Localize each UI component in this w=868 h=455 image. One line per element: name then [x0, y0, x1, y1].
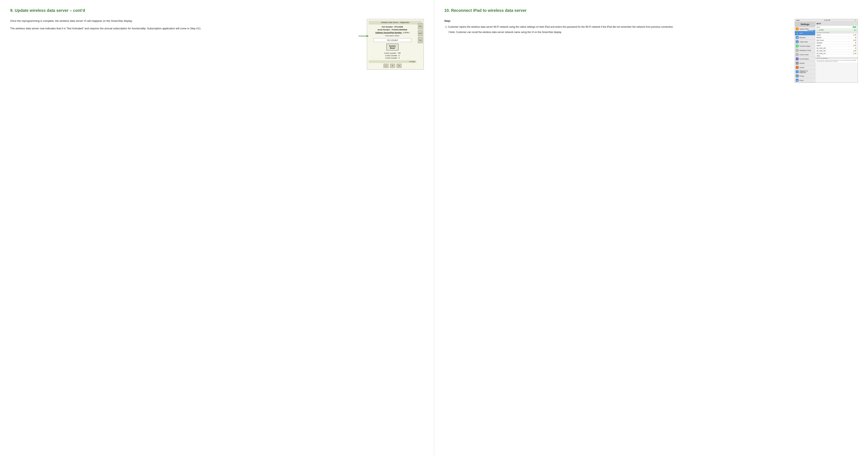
sidebar-item-privacy[interactable]: ✋ Privacy [795, 74, 815, 78]
serial-number-label: Serial Number: [378, 29, 391, 31]
ipad-header: ●●●● 12:30 PM 🔋 [795, 19, 858, 22]
section-title-left: 9. Update wireless data server – cont'd [10, 8, 424, 13]
network-h0810[interactable]: h08/10 🔒 ▶ [815, 44, 858, 47]
wallpaper-icon: ☀ [796, 70, 799, 73]
content-area-left: Once the reprogramming is complete, the … [10, 19, 424, 455]
icloud-icon: ☁ [796, 79, 799, 82]
sidebar-item-general[interactable]: ⚙ General [795, 61, 815, 65]
note-text: Customer can recall the wireless data se… [456, 31, 561, 34]
step-label: Step: [444, 19, 789, 23]
can3-row: CAN3 Counter: 0 [369, 57, 416, 59]
home-icon[interactable]: 🏠 [383, 64, 389, 68]
panel-bottom-icons: 🏠 ⬆ ⊞ [369, 64, 416, 68]
wifi-toggle-row[interactable]: Wi-Fi ON [815, 26, 858, 29]
section-heading-left: Update wireless data server – cont'd [14, 8, 85, 12]
ipad-signal: ●●●● [796, 20, 800, 21]
dnd-icon: ☽ [796, 57, 799, 60]
software-version-value: 2.274.1 [403, 32, 409, 34]
panel-title-bar: Wireless Data Server - Diagnostics [369, 21, 422, 24]
part-number-label: Part Number: [382, 26, 393, 28]
section-number-right: 10. [444, 8, 450, 12]
page-left: 9. Update wireless data server – cont'd … [0, 0, 434, 455]
airplane-icon: ✈ [796, 28, 799, 30]
choose-network-header: CHOOSE A NETWORK [815, 32, 858, 34]
network-ssid-440[interactable]: SE_SSID_440 🔒 ▶ [815, 50, 858, 52]
content-area-right: Step: Customer rejoins the wireless data… [444, 19, 858, 455]
notification-icon: ☰ [796, 49, 799, 52]
subscription-status-display: Not Activated [369, 38, 416, 42]
grid-icon[interactable]: ⊞ [397, 64, 401, 68]
section-title-right: 10. Reconnect iPad to wireless data serv… [444, 8, 858, 13]
setup-icon[interactable]: Setup [418, 30, 423, 36]
sounds-icon: ♫ [796, 66, 799, 69]
note-label: Note: [450, 31, 455, 34]
panel-serial-number-row: Serial Number: PCWDSAB000506 [369, 29, 416, 31]
sidebar-item-control-center[interactable]: ⊞ Control Center [795, 53, 815, 57]
panel-software-version-row: Software Version/Part Number: 2.274.1 [369, 32, 416, 34]
panel-time: 10:26pm [369, 60, 416, 63]
wifi-toggle[interactable]: ON [852, 26, 857, 28]
section-number-left: 9. [10, 8, 13, 12]
up-icon[interactable]: ⬆ [390, 64, 395, 68]
control-center-icon: ⊞ [796, 53, 799, 56]
sidebar-item-sounds[interactable]: ♫ Sounds [795, 65, 815, 70]
factory-reset-container: Factory Reset [369, 44, 416, 51]
wifi-sidebar-icon: ≋ [796, 32, 799, 35]
cellular-icon: ◈ [796, 40, 799, 43]
connected-network-row[interactable]: ✓ 1770NT ▶ ℹ [815, 29, 858, 32]
svg-marker-1 [367, 35, 369, 37]
ipad-settings-title: Settings [795, 22, 815, 27]
diagnostic-panel: Wireless Data Server - Diagnostics Part … [367, 19, 424, 70]
paragraph-2: The wireless data server now indicates t… [10, 27, 361, 31]
sidebar-item-notification[interactable]: ☰ Notification Center [795, 48, 815, 53]
network-dc-guest[interactable]: D&C Guest 🔒 ▶ [815, 39, 858, 41]
subscription-status-label: Subscription Status: [385, 35, 400, 37]
ipad-screenshot: ●●●● 12:30 PM 🔋 Settings ✈ Airplane Mode… [795, 19, 858, 83]
sidebar-item-icloud[interactable]: ☁ iCloud [795, 78, 815, 83]
factory-reset-button[interactable]: Factory Reset [386, 44, 399, 51]
ipad-body: Settings ✈ Airplane Mode ≋ Wi-Fi ◆ Bluet… [795, 22, 858, 83]
connected-network-name: 1770NT [819, 29, 824, 31]
step-a-text: Customer rejoins the wireless data serve… [448, 25, 673, 28]
panel-part-number-row: Part Number: PFA10595 [369, 26, 416, 28]
privacy-icon: ✋ [796, 75, 799, 77]
serial-number-value: PCWDSAB000506 [392, 29, 407, 31]
svg-marker-3 [814, 30, 816, 31]
ask-to-join-label: Ask to Join Networks [815, 57, 858, 59]
hotspot-icon: ⊕ [796, 45, 799, 48]
wifi-header: Wi-Fi [815, 22, 858, 26]
sidebar-item-hotspot[interactable]: ⊕ Personal Hotspot [795, 44, 815, 48]
network-ssid-365[interactable]: SE_SSID_365 ▶ [815, 47, 858, 50]
ipad-time: 12:30 PM [824, 20, 830, 21]
ask-to-join-desc: Known networks will be joined automatica… [815, 59, 858, 62]
network-septix[interactable]: SepTix 🔒 ▶ [815, 34, 858, 36]
subscription-container: Subscription Status: [369, 35, 416, 37]
network-sodnet[interactable]: SODNET ▶ [815, 41, 858, 44]
network-ssid-441[interactable]: SE_SSID_441 🔒 ▶ [815, 52, 858, 55]
ipad-battery: 🔋 [855, 20, 857, 21]
main-icon[interactable]: Main [418, 23, 423, 29]
note-container: • Note: Customer can recall the wireless… [448, 30, 789, 34]
connected-wifi-bars: ▶ ℹ [855, 29, 857, 31]
network-other[interactable]: Other... [815, 55, 858, 57]
blue-arrow-icon [808, 29, 816, 32]
step-a-item: Customer rejoins the wireless data serve… [448, 25, 789, 34]
check-mark-icon: ✓ [816, 29, 818, 31]
text-block-right: Step: Customer rejoins the wireless data… [444, 19, 789, 34]
connected-network-info: ✓ 1770NT [816, 29, 824, 31]
part-number-value: PFA10595 [394, 26, 403, 28]
paragraph-1: Once the reprogramming is complete, the … [10, 19, 361, 23]
ipad-main-panel: Wi-Fi Wi-Fi ON ✓ 1770NT [815, 22, 858, 83]
sidebar-item-wallpaper[interactable]: ☀ Wallpapers & Brightness [795, 70, 815, 74]
bluetooth-icon: ◆ [796, 36, 799, 39]
panel-side-icons: Main Setup Diag [418, 23, 423, 43]
sidebar-item-cellular[interactable]: ◈ Cellular Data [795, 40, 815, 44]
diagnostics-icon[interactable]: Diag [418, 37, 423, 43]
text-block-left: Once the reprogramming is complete, the … [10, 19, 361, 34]
sidebar-item-bluetooth[interactable]: ◆ Bluetooth [795, 35, 815, 40]
general-icon: ⚙ [796, 62, 799, 64]
wifi-toggle-label: Wi-Fi [816, 27, 820, 28]
network-broke[interactable]: BROKE ▶ [815, 36, 858, 39]
sidebar-item-dnd[interactable]: ☽ Do Not Disturb [795, 57, 815, 61]
software-version-label: Software Version/Part Number: [375, 32, 402, 34]
